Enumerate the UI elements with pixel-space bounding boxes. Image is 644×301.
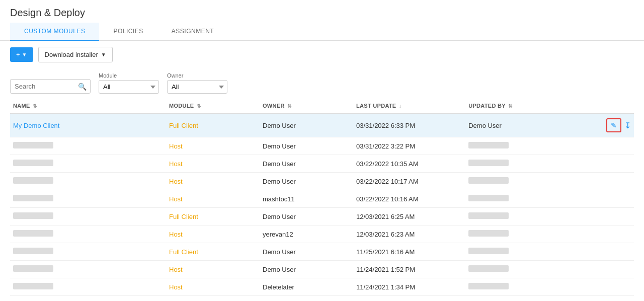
row-module[interactable]: Full Client <box>166 243 260 261</box>
tab-custom-modules[interactable]: CUSTOM MODULES <box>10 23 99 41</box>
download-installer-label: Download installer <box>45 51 98 58</box>
row-owner: Demo User <box>260 261 353 278</box>
table-row: HostDemo User03/22/2022 10:17 AM <box>10 173 634 190</box>
row-last-update: 03/31/2022 3:22 PM <box>353 137 465 155</box>
row-actions <box>572 243 634 261</box>
edit-button[interactable]: ✎ <box>606 118 621 132</box>
row-owner: mashtoc11 <box>260 190 353 208</box>
table-row: Hostyerevan1212/03/2021 6:23 AM <box>10 225 634 243</box>
main-table: NAME ⇅ MODULE ⇅ OWNER ⇅ LAST UPDATE ↓ <box>10 99 634 296</box>
row-updated-by <box>465 208 572 225</box>
col-header-last-update[interactable]: LAST UPDATE ↓ <box>353 99 465 113</box>
row-module[interactable]: Host <box>166 155 260 173</box>
row-module[interactable]: Host <box>166 225 260 243</box>
row-owner: Demo User <box>260 243 353 261</box>
row-actions <box>572 190 634 208</box>
row-last-update: 03/22/2022 10:16 AM <box>353 190 465 208</box>
last-update-sort-icon: ↓ <box>399 103 401 109</box>
row-module[interactable]: Host <box>166 137 260 155</box>
owner-filter-group: Owner All Demo User mashtoc11 yerevan12 … <box>167 72 227 94</box>
row-updated-by <box>465 261 572 278</box>
tab-assignment[interactable]: ASSIGNMENT <box>157 23 228 41</box>
col-header-updated-by[interactable]: UPDATED BY ⇅ <box>465 99 572 113</box>
add-button[interactable]: + ▼ <box>10 47 33 62</box>
blurred-name <box>13 283 53 289</box>
tab-policies[interactable]: POLICIES <box>99 23 157 41</box>
updated-by-sort-icon: ⇅ <box>508 103 512 109</box>
row-last-update: 12/03/2021 6:23 AM <box>353 225 465 243</box>
owner-filter-select[interactable]: All Demo User mashtoc11 yerevan12 Delete… <box>167 80 227 94</box>
blurred-name <box>13 177 53 184</box>
row-actions: ✎↧ <box>572 113 634 137</box>
row-actions <box>572 261 634 278</box>
owner-sort-icon: ⇅ <box>287 103 291 109</box>
row-last-update: 03/22/2022 10:35 AM <box>353 155 465 173</box>
row-last-update: 11/24/2021 1:34 PM <box>353 278 465 296</box>
blurred-updated-by <box>468 265 509 272</box>
row-module[interactable]: Host <box>166 173 260 190</box>
row-module[interactable]: Full Client <box>166 208 260 225</box>
search-icon: 🔍 <box>78 83 87 91</box>
blurred-updated-by <box>468 195 509 201</box>
blurred-updated-by <box>468 230 509 237</box>
blurred-name <box>13 212 53 219</box>
table-row: HostDeletelater11/24/2021 1:34 PM <box>10 278 634 296</box>
blurred-name <box>13 142 53 148</box>
download-installer-button[interactable]: Download installer ▼ <box>38 47 113 62</box>
actions-cell: ✎↧ <box>575 118 631 132</box>
row-owner: Demo User <box>260 208 353 225</box>
row-owner: yerevan12 <box>260 225 353 243</box>
row-updated-by <box>465 155 572 173</box>
row-module[interactable]: Host <box>166 190 260 208</box>
row-module[interactable]: Full Client <box>166 113 260 137</box>
row-module[interactable]: Host <box>166 261 260 278</box>
col-header-name[interactable]: NAME ⇅ <box>10 99 166 113</box>
table-header-row: NAME ⇅ MODULE ⇅ OWNER ⇅ LAST UPDATE ↓ <box>10 99 634 113</box>
module-filter-label: Module <box>99 72 159 79</box>
row-actions <box>572 278 634 296</box>
col-header-module[interactable]: MODULE ⇅ <box>166 99 260 113</box>
row-actions <box>572 225 634 243</box>
page-title: Design & Deploy <box>10 7 634 19</box>
row-actions <box>572 155 634 173</box>
download-chevron-icon: ▼ <box>101 52 106 57</box>
blurred-updated-by <box>468 248 509 254</box>
table-row: My Demo ClientFull ClientDemo User03/31/… <box>10 113 634 137</box>
blurred-name <box>13 265 53 272</box>
row-module[interactable]: Host <box>166 278 260 296</box>
blurred-updated-by <box>468 142 509 148</box>
row-updated-by <box>465 173 572 190</box>
filters-bar: 🔍 Module All Full Client Host Owner All … <box>0 68 644 99</box>
row-owner: Demo User <box>260 155 353 173</box>
page-header: Design & Deploy CUSTOM MODULES POLICIES … <box>0 0 644 296</box>
module-filter-group: Module All Full Client Host <box>99 72 159 94</box>
module-filter-select[interactable]: All Full Client Host <box>99 80 159 94</box>
owner-filter-label: Owner <box>167 72 227 79</box>
blurred-updated-by <box>468 283 509 289</box>
blurred-updated-by <box>468 212 509 219</box>
row-last-update: 12/03/2021 6:25 AM <box>353 208 465 225</box>
row-name-link[interactable]: My Demo Client <box>13 122 59 129</box>
tabs-bar: CUSTOM MODULES POLICIES ASSIGNMENT <box>0 23 644 41</box>
row-owner: Demo User <box>260 173 353 190</box>
row-updated-by <box>465 137 572 155</box>
blurred-name <box>13 195 53 201</box>
download-row-button[interactable]: ↧ <box>624 121 631 130</box>
col-header-owner[interactable]: OWNER ⇅ <box>260 99 353 113</box>
row-updated-by <box>465 225 572 243</box>
toolbar: + ▼ Download installer ▼ <box>0 41 644 68</box>
row-updated-by: Demo User <box>465 113 572 137</box>
add-chevron-icon: ▼ <box>22 52 27 57</box>
row-actions <box>572 208 634 225</box>
table-wrap: NAME ⇅ MODULE ⇅ OWNER ⇅ LAST UPDATE ↓ <box>0 99 644 296</box>
row-last-update: 03/22/2022 10:17 AM <box>353 173 465 190</box>
row-owner: Demo User <box>260 137 353 155</box>
table-row: Full ClientDemo User12/03/2021 6:25 AM <box>10 208 634 225</box>
name-sort-icon: ⇅ <box>33 103 37 109</box>
row-actions <box>572 137 634 155</box>
module-sort-icon: ⇅ <box>197 103 201 109</box>
row-updated-by <box>465 278 572 296</box>
table-row: Full ClientDemo User11/25/2021 6:16 AM <box>10 243 634 261</box>
row-updated-by <box>465 190 572 208</box>
add-label: + <box>16 51 20 58</box>
